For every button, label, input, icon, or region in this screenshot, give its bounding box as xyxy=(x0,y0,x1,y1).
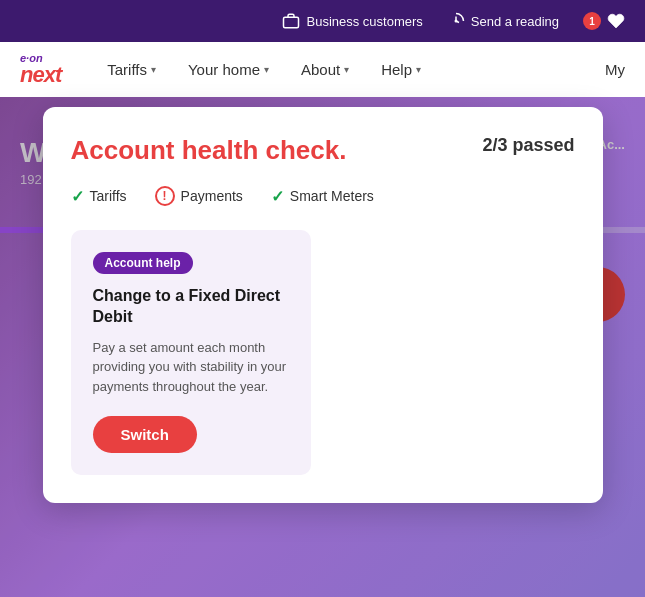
chevron-down-icon: ▾ xyxy=(416,64,421,75)
modal-header: Account health check. 2/3 passed xyxy=(71,135,575,166)
check-pass-icon: ✓ xyxy=(271,187,284,206)
svg-point-1 xyxy=(455,20,457,22)
heart-icon xyxy=(607,12,625,30)
page-background: We 192 G... Ac... t paym...payment...men… xyxy=(0,97,645,597)
card-title: Change to a Fixed Direct Debit xyxy=(93,286,289,328)
notifications-link[interactable]: 1 xyxy=(583,12,625,30)
account-help-card: Account help Change to a Fixed Direct De… xyxy=(71,230,311,475)
nav-your-home-label: Your home xyxy=(188,61,260,78)
nav-tariffs[interactable]: Tariffs ▾ xyxy=(101,61,162,78)
nav-tariffs-label: Tariffs xyxy=(107,61,147,78)
send-reading-label: Send a reading xyxy=(471,14,559,29)
card-badge: Account help xyxy=(93,252,193,274)
check-item-payments: ! Payments xyxy=(155,186,243,206)
warning-icon: ! xyxy=(155,186,175,206)
check-pass-icon: ✓ xyxy=(71,187,84,206)
check-tariffs-label: Tariffs xyxy=(90,188,127,204)
check-smart-meters-label: Smart Meters xyxy=(290,188,374,204)
chevron-down-icon: ▾ xyxy=(264,64,269,75)
check-items-list: ✓ Tariffs ! Payments ✓ Smart Meters xyxy=(71,186,575,206)
business-customers-link[interactable]: Business customers xyxy=(282,12,422,30)
modal-title: Account health check. xyxy=(71,135,347,166)
nav-my-label: My xyxy=(605,61,625,78)
nav-about-label: About xyxy=(301,61,340,78)
modal-score: 2/3 passed xyxy=(482,135,574,156)
card-description: Pay a set amount each month providing yo… xyxy=(93,338,289,397)
meter-icon xyxy=(447,12,465,30)
send-reading-link[interactable]: Send a reading xyxy=(447,12,559,30)
health-check-modal: Account health check. 2/3 passed ✓ Tarif… xyxy=(43,107,603,503)
check-item-tariffs: ✓ Tariffs xyxy=(71,187,127,206)
nav-about[interactable]: About ▾ xyxy=(295,61,355,78)
nav-help-label: Help xyxy=(381,61,412,78)
business-customers-label: Business customers xyxy=(306,14,422,29)
check-item-smart-meters: ✓ Smart Meters xyxy=(271,187,374,206)
notification-badge: 1 xyxy=(583,12,601,30)
nav-bar: e·on next Tariffs ▾ Your home ▾ About ▾ … xyxy=(0,42,645,97)
top-bar: Business customers Send a reading 1 xyxy=(0,0,645,42)
logo[interactable]: e·on next xyxy=(20,53,61,86)
chevron-down-icon: ▾ xyxy=(151,64,156,75)
modal-overlay: Account health check. 2/3 passed ✓ Tarif… xyxy=(0,97,645,597)
logo-next-text: next xyxy=(20,64,61,86)
business-icon xyxy=(282,12,300,30)
check-payments-label: Payments xyxy=(181,188,243,204)
switch-button[interactable]: Switch xyxy=(93,416,197,453)
nav-your-home[interactable]: Your home ▾ xyxy=(182,61,275,78)
svg-rect-0 xyxy=(284,17,299,28)
chevron-down-icon: ▾ xyxy=(344,64,349,75)
nav-my[interactable]: My xyxy=(605,61,625,78)
nav-help[interactable]: Help ▾ xyxy=(375,61,427,78)
